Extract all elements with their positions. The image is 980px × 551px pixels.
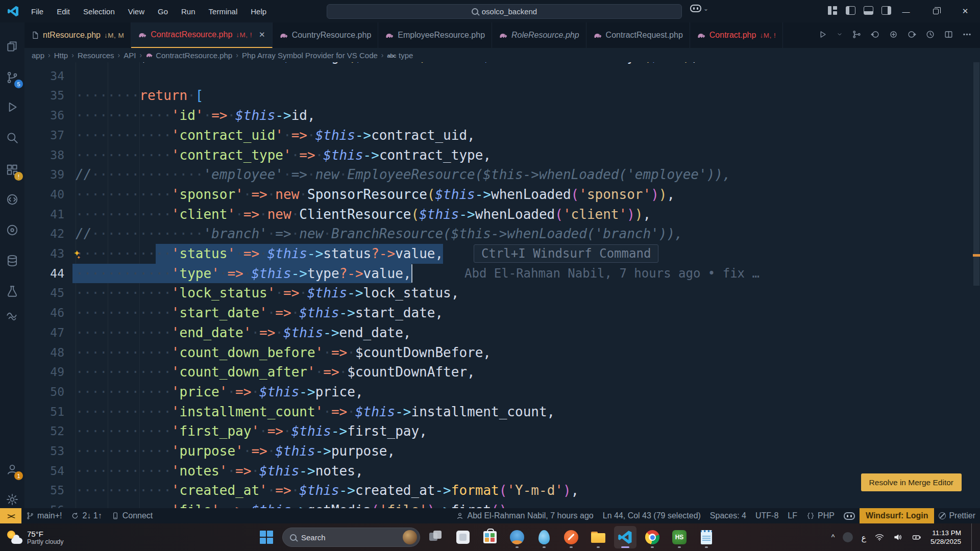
editor-action-next-change-icon[interactable]: [907, 30, 917, 41]
code-line[interactable]: 39//··············'employee'·=>·new·Empl…: [24, 165, 973, 185]
code-line[interactable]: 55············'created_at'·=>·$this->cre…: [24, 481, 973, 500]
menu-edit[interactable]: Edit: [50, 5, 77, 18]
code-line[interactable]: 48············'count_down_before'·=>·$co…: [24, 343, 973, 363]
code-line[interactable]: 42//··············'branch'·=>·new·Branch…: [24, 224, 973, 244]
toggle-panel-icon[interactable]: [864, 6, 873, 15]
menu-terminal[interactable]: Terminal: [202, 5, 244, 18]
volume-icon[interactable]: [893, 533, 903, 542]
status-eol[interactable]: LF: [783, 508, 802, 523]
taskbar-white-app-icon[interactable]: [452, 526, 474, 548]
start-button[interactable]: [255, 526, 278, 548]
taskbar-task-view-icon[interactable]: [425, 526, 447, 548]
remote-indicator[interactable]: ><: [0, 508, 21, 523]
sidebar-item-search[interactable]: [3, 129, 21, 147]
code-line[interactable]: 53············'purpose'·=>·$this->purpos…: [24, 441, 973, 461]
taskbar-file-explorer-icon[interactable]: [587, 526, 609, 548]
input-language-indicator[interactable]: ع: [861, 533, 866, 542]
taskbar-heidisql-icon[interactable]: HS: [668, 526, 691, 548]
menu-file[interactable]: File: [24, 5, 50, 18]
sidebar-item-testing[interactable]: [3, 282, 21, 300]
taskbar-microsoft-store-icon[interactable]: [479, 526, 501, 548]
breadcrumb-item-contractresource-php[interactable]: ContractResource.php: [156, 51, 232, 60]
tab-employeeresource-php[interactable]: EmployeeResource.php: [378, 22, 492, 48]
breadcrumb-item-api[interactable]: API: [124, 51, 136, 60]
customize-layout-icon[interactable]: [828, 6, 838, 15]
restore-icon[interactable]: [921, 0, 950, 22]
menu-selection[interactable]: Selection: [77, 5, 121, 18]
copilot-menu[interactable]: ⌄: [690, 5, 708, 12]
windsurf-sparkle-icon[interactable]: ✦✦: [74, 246, 84, 259]
scrollbar-thumb[interactable]: [973, 62, 979, 286]
tab-countryresource-php[interactable]: CountryResource.php: [273, 22, 379, 48]
resolve-in-merge-editor-button[interactable]: Resolve in Merge Editor: [861, 473, 962, 491]
breadcrumb-item-php-array-symbol-provider-for-vs-code[interactable]: Php Array Symbol Provider for VS Code: [242, 51, 378, 60]
sidebar-item-settings[interactable]: [3, 490, 21, 509]
code-line[interactable]: 38············'contract_type'·=>·$this->…: [24, 145, 973, 165]
taskbar-vscode-icon[interactable]: [614, 526, 636, 548]
breadcrumb-item-type[interactable]: type: [399, 51, 413, 60]
weather-widget[interactable]: 75°F Partly cloudy: [0, 530, 102, 545]
editor-action-chevron-down-icon[interactable]: [836, 31, 843, 40]
status-encoding[interactable]: UTF-8: [751, 508, 783, 523]
tab-roleresource-php[interactable]: RoleResource.php: [492, 22, 586, 48]
taskbar-chrome-icon[interactable]: [641, 526, 664, 548]
breadcrumb-item-app[interactable]: app: [32, 51, 44, 60]
code-line[interactable]: 33········$countDownAfter·=·$now->gt($du…: [24, 62, 973, 66]
editor-action-merge-icon[interactable]: [852, 30, 862, 41]
taskbar-pen-app-icon[interactable]: [560, 526, 582, 548]
code-line[interactable]: 40············'sponsor'·=>·new·SponsorRe…: [24, 185, 973, 205]
sidebar-item-source-control[interactable]: 5: [3, 68, 21, 87]
sidebar-item-remote-explorer[interactable]: [3, 190, 21, 209]
editor-action-history-icon[interactable]: [925, 30, 935, 41]
sidebar-item-database[interactable]: [3, 252, 21, 270]
editor-action-prev-change-icon[interactable]: [870, 30, 880, 41]
close-icon[interactable]: ✕: [950, 0, 980, 22]
sidebar-item-accounts[interactable]: 1: [3, 460, 21, 479]
taskbar-drop-app-icon[interactable]: [533, 526, 555, 548]
show-desktop-button[interactable]: [971, 523, 974, 551]
code-line[interactable]: 46············'start_date'·=>·$this->sta…: [24, 303, 973, 323]
code-line[interactable]: 36············'id'·=>·$this->id,: [24, 106, 973, 126]
taskbar-clock[interactable]: 11:13 PM 5/28/2025: [930, 529, 961, 546]
code-line[interactable]: 41············'client'·=>·new·ClientReso…: [24, 205, 973, 224]
tab-contractrequest-php[interactable]: ContractRequest.php: [586, 22, 690, 48]
breadcrumb-item-http[interactable]: Http: [54, 51, 68, 60]
wifi-icon[interactable]: [874, 533, 885, 542]
status-connect[interactable]: Connect: [107, 508, 158, 523]
status-copilot-status[interactable]: [839, 508, 860, 523]
sidebar-item-ports[interactable]: [3, 221, 21, 239]
taskbar-notepad-icon[interactable]: [695, 526, 718, 548]
code-line[interactable]: 50············'price'·=>·$this->price,: [24, 382, 973, 402]
status-indentation[interactable]: Spaces: 4: [705, 508, 751, 523]
taskbar-search[interactable]: Search: [282, 528, 420, 547]
status-language-mode[interactable]: PHP: [802, 508, 839, 523]
windsurf-command-hint[interactable]: Ctrl+I Windsurf Command: [474, 244, 658, 263]
battery-icon[interactable]: [911, 533, 922, 542]
code-line[interactable]: 49············'count_down_after'·=>·$cou…: [24, 362, 973, 382]
status-windsurf-login[interactable]: Windsurf: Login: [860, 508, 935, 523]
editor-scrollbar[interactable]: [973, 62, 980, 508]
hidden-app-icon[interactable]: [843, 532, 853, 542]
code-line[interactable]: 54············'notes'·=>·$this->notes,: [24, 461, 973, 481]
menu-help[interactable]: Help: [244, 5, 273, 18]
code-editor[interactable]: 33········$countDownAfter·=·$now->gt($du…: [24, 62, 973, 508]
tab-contract-php[interactable]: Contract.php↓M, !: [690, 22, 783, 48]
menu-run[interactable]: Run: [175, 5, 202, 18]
tab-close-icon[interactable]: ✕: [259, 30, 265, 39]
code-line[interactable]: 45············'lock_status'·=>·$this->lo…: [24, 283, 973, 303]
toggle-secondary-sidebar-icon[interactable]: [881, 6, 891, 15]
status-cursor-position[interactable]: Ln 44, Col 43 (79 selected): [598, 508, 705, 523]
menu-view[interactable]: View: [121, 5, 151, 18]
breadcrumb-item-resources[interactable]: Resources: [78, 51, 114, 60]
code-line[interactable]: 52············'first_pay'·=>·$this->firs…: [24, 421, 973, 441]
code-line[interactable]: 47············'end_date'·=>·$this->end_d…: [24, 323, 973, 343]
sidebar-item-extensions[interactable]: !: [3, 161, 21, 179]
sidebar-item-explorer[interactable]: [3, 37, 21, 56]
hidden-icons-chevron[interactable]: ^: [831, 533, 835, 541]
status-prettier[interactable]: Prettier: [934, 508, 980, 523]
status-git-sync[interactable]: 2↓ 1↑: [66, 508, 106, 523]
menu-go[interactable]: Go: [151, 5, 175, 18]
command-center-search[interactable]: osolco_backend: [327, 4, 682, 19]
status-blame-author[interactable]: Abd El-Rahman Nabil, 7 hours ago: [451, 508, 598, 523]
taskbar-blue-app-icon[interactable]: [506, 526, 528, 548]
